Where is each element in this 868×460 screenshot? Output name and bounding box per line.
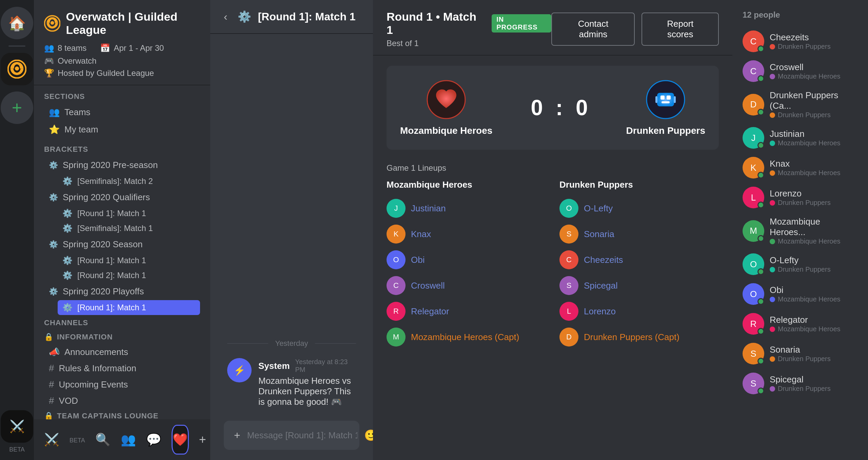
person-info-justinian: Justinian Mozambique Heroes <box>770 129 841 147</box>
preseason-children: ⚙️ [Semifinals]: Match 2 <box>44 174 200 189</box>
person-name-relegator-p: Relegator <box>770 315 841 325</box>
team-dot-olefty <box>770 267 775 272</box>
svg-point-3 <box>51 21 54 25</box>
person-info-relegator: Relegator Mozambique Heroes <box>770 315 841 333</box>
sidebar-item-playoffs[interactable]: ⚙️ Spring 2020 Playoffs <box>44 283 200 300</box>
sidebar-item-teams[interactable]: 👥 Teams <box>44 104 200 121</box>
sidebar-item-s-r1m1[interactable]: ⚙️ [Round 1]: Match 1 <box>58 253 200 268</box>
sidebar-item-q-r1m1[interactable]: ⚙️ [Round 1]: Match 1 <box>58 206 200 221</box>
person-knax[interactable]: K Knax Mozambique Heroes <box>732 153 868 183</box>
person-mozambique-capt-p[interactable]: M Mozambique Heroes... Mozambique Heroes <box>732 212 868 249</box>
toolbar-add-button[interactable]: + <box>199 428 206 452</box>
toolbar-server-button[interactable]: ❤️ <box>172 425 189 455</box>
brackets-label: Brackets <box>44 145 200 154</box>
sidebar-item-s-r2m1[interactable]: ⚙️ [Round 2]: Match 1 <box>58 268 200 283</box>
message-text: Mozambique Heroes vs Drunken Puppers? Th… <box>258 376 356 407</box>
person-name-justinian-p: Justinian <box>770 129 841 139</box>
avatar-icon: ⚡ <box>234 365 245 376</box>
channel-vod[interactable]: # VOD <box>44 393 200 409</box>
person-cheezeits[interactable]: C Cheezeits Drunken Puppers <box>732 26 868 56</box>
player-name-dp-capt[interactable]: Drunken Puppers (Capt) <box>584 332 679 342</box>
server-icon: ❤️ <box>173 433 188 447</box>
player-avatar-obi: O <box>387 250 406 269</box>
people-count: 12 people <box>743 10 780 20</box>
svg-rect-11 <box>674 96 676 103</box>
sidebar-item-qualifiers[interactable]: ⚙️ Spring 2020 Qualifiers <box>44 189 200 206</box>
guilded-logo-icon[interactable]: ⚔️ <box>1 410 33 443</box>
rules-label: Rules & Information <box>59 363 136 374</box>
report-scores-button[interactable]: Report scores <box>642 13 719 46</box>
player-name-olefty[interactable]: O-Lefty <box>584 203 613 214</box>
player-olefty: O O-Lefty <box>559 195 719 221</box>
toolbar-guilded-button[interactable]: ⚔️ <box>44 428 59 452</box>
toolbar-search-button[interactable]: 🔍 <box>95 428 111 452</box>
person-justinian[interactable]: J Justinian Mozambique Heroes <box>732 123 868 153</box>
player-name-justinian[interactable]: Justinian <box>411 203 446 214</box>
add-attachment-button[interactable]: + <box>234 429 240 442</box>
person-olefty[interactable]: O O-Lefty Drunken Puppers <box>732 249 868 279</box>
game-info: 🎮 Overwatch <box>44 56 200 66</box>
guilded-home-icon: ⚔️ <box>44 433 59 447</box>
sections-label: Sections <box>44 92 200 101</box>
channel-rules[interactable]: # Rules & Information <box>44 360 200 376</box>
svg-rect-6 <box>657 93 674 106</box>
person-obi[interactable]: O Obi Mozambique Heroes <box>732 279 868 309</box>
match-actions: Contact admins Report scores <box>551 13 719 46</box>
sidebar-item-season[interactable]: ⚙️ Spring 2020 Season <box>44 236 200 253</box>
match-icon-s2: ⚙️ <box>62 271 73 280</box>
channel-announcements[interactable]: 📣 Announcements <box>44 344 200 360</box>
player-name-relegator[interactable]: Relegator <box>411 306 449 317</box>
server-overwatch-icon[interactable] <box>1 53 33 85</box>
player-name-cheezeits[interactable]: Cheezeits <box>584 255 623 265</box>
person-lorenzo[interactable]: L Lorenzo Drunken Puppers <box>732 183 868 212</box>
sidebar-item-preseason-sf2[interactable]: ⚙️ [Semifinals]: Match 2 <box>58 174 200 189</box>
player-avatar-croswell: C <box>387 276 406 295</box>
toolbar-friends-button[interactable]: 👥 <box>121 428 136 452</box>
sidebar-item-p-r1m1[interactable]: ⚙️ [Round 1]: Match 1 <box>58 300 200 315</box>
status-dot-dp-capt <box>757 109 764 116</box>
sidebar-item-preseason[interactable]: ⚙️ Spring 2020 Pre-season <box>44 156 200 174</box>
player-sonaria: S Sonaria <box>559 221 719 247</box>
player-name-obi[interactable]: Obi <box>411 255 425 265</box>
person-avatar-croswell: C <box>743 60 764 82</box>
person-info-obi: Obi Mozambique Heroes <box>770 285 841 303</box>
server-meta: 👥 8 teams 📅 Apr 1 - Apr 30 <box>44 43 200 53</box>
score-sep: : <box>556 96 563 120</box>
status-dot-croswell <box>757 75 764 82</box>
channel-upcoming-events[interactable]: # Upcoming Events <box>44 376 200 393</box>
add-server-button[interactable]: + <box>1 91 33 124</box>
match-icon-q2: ⚙️ <box>62 224 73 233</box>
person-info-olefty: O-Lefty Drunken Puppers <box>770 255 831 273</box>
chat-message-item: ⚡ System Yesterday at 8:23 PM Mozambique… <box>227 355 356 411</box>
toolbar-chat-button[interactable]: 💬 <box>146 428 161 452</box>
sidebar-item-q-sfm1[interactable]: ⚙️ [Semifinals]: Match 1 <box>58 221 200 236</box>
channel-group-information[interactable]: 🔒 Information <box>44 330 200 344</box>
home-icon-btn[interactable]: 🏠 <box>1 7 33 39</box>
contact-admins-button[interactable]: Contact admins <box>551 13 635 46</box>
events-label: Upcoming Events <box>59 379 128 390</box>
player-name-sonaria[interactable]: Sonaria <box>584 229 614 239</box>
sidebar-item-myteam[interactable]: ⭐ My team <box>44 121 200 138</box>
person-info-sonaria: Sonaria Drunken Puppers <box>770 344 831 363</box>
player-name-lorenzo[interactable]: Lorenzo <box>584 306 616 317</box>
match-title-area: Round 1 • Match 1 IN PROGRESS Best of 1 <box>387 10 551 48</box>
left-team-name: Mozambique Heroes <box>387 180 546 190</box>
bracket-icon-season: ⚙️ <box>49 240 58 249</box>
brackets-group: Brackets ⚙️ Spring 2020 Pre-season ⚙️ [S… <box>34 138 210 315</box>
chat-input-field[interactable] <box>247 430 357 441</box>
person-dp-capt[interactable]: D Drunken Puppers (Ca... Drunken Puppers <box>732 86 868 123</box>
server-title: Overwatch | Guilded League <box>44 10 200 37</box>
person-relegator[interactable]: R Relegator Mozambique Heroes <box>732 309 868 339</box>
team-dot-lorenzo <box>770 200 775 206</box>
player-name-spicegal[interactable]: Spicegal <box>584 280 618 291</box>
back-button[interactable]: ‹ <box>224 11 228 23</box>
person-name-knax-p: Knax <box>770 159 841 169</box>
person-croswell[interactable]: C Croswell Mozambique Heroes <box>732 56 868 86</box>
status-dot-knax <box>757 172 764 179</box>
player-name-knax[interactable]: Knax <box>411 229 431 239</box>
events-hash-icon: # <box>49 379 54 390</box>
player-name-moz-capt[interactable]: Mozambique Heroes (Capt) <box>411 332 519 342</box>
person-spicegal[interactable]: S Spicegal Drunken Puppers <box>732 369 868 398</box>
person-sonaria[interactable]: S Sonaria Drunken Puppers <box>732 339 868 369</box>
player-name-croswell[interactable]: Croswell <box>411 280 445 291</box>
